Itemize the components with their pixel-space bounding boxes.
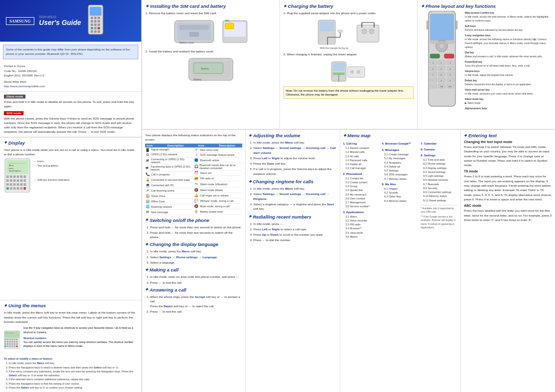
- key-alpha: Alphanumeric keys: [465, 106, 552, 110]
- status-voicemail: 📧New voice mail: [194, 147, 242, 153]
- charging-step1-imgs: With the triangle facing up: [283, 18, 414, 49]
- svg-rect-40: [17, 187, 19, 190]
- status-connect-gprs: ⇌Connecting to GPRS (2.5G) network: [145, 157, 193, 165]
- svg-rect-21: [13, 175, 16, 178]
- svg-rect-60: [16, 341, 18, 343]
- redialling-body: In Idle mode, press ←. Press Left or Rig…: [249, 221, 337, 243]
- model-number: SGH-M310: [39, 15, 81, 19]
- svg-rect-39: [13, 187, 16, 190]
- svg-rect-16: [98, 30, 100, 33]
- ring-step-1: In Idle mode, press the Menu soft key.: [253, 186, 337, 191]
- nav-key-text: Use the 4-way navigation keys as shortcu…: [23, 326, 137, 334]
- display-section: Display Your phone is in Idle mode when …: [0, 137, 141, 300]
- mm-footnotes: * Available only if supported by your SI…: [421, 205, 457, 230]
- svg-rect-77: [189, 32, 199, 37]
- sim-insert-area: SIM: [220, 18, 250, 46]
- svg-rect-3: [94, 17, 97, 19]
- svg-rect-50: [7, 339, 8, 340]
- svg-rect-66: [16, 343, 18, 345]
- svg-rect-54: [16, 339, 18, 340]
- using-menus-body: In Idle mode, press the Menu soft key to…: [4, 310, 137, 324]
- svg-rect-72: [16, 345, 18, 347]
- svg-rect-38: [10, 187, 12, 190]
- ring-step-3: Select a ringtone category → a ringtone …: [253, 202, 337, 211]
- status-bar-section: Your phone displays the following status…: [145, 133, 242, 215]
- charging-step2-imgs: [283, 59, 414, 84]
- select-step-4: If the selected menu contains additional…: [9, 377, 137, 381]
- svg-text:Del: Del: [449, 85, 452, 88]
- sos-badge: SOS mode: [4, 111, 24, 115]
- adj-step-2: Select Settings → Sound settings → Incom…: [253, 146, 337, 155]
- adjusting-panel: Adjusting the volume In Idle mode, press…: [246, 130, 340, 392]
- footer-info: Printed in Korea Code No.: GH68-18419A E…: [0, 62, 141, 91]
- status-fm: 📻FM radio on: [194, 176, 242, 181]
- title-area: SGH-M310 User's Guide: [39, 15, 81, 26]
- display-labels-area: ← Icons ← Text and graphics ← Soft key f…: [34, 158, 70, 193]
- key-volume: Volume keysIn Idle mode, adjust the keyp…: [465, 69, 552, 77]
- svg-rect-30: [24, 179, 26, 182]
- charging-note: Note: Do not remove the battery from the…: [283, 86, 414, 99]
- status-bt: 🔵Bluetooth active: [194, 158, 242, 163]
- svg-rect-10: [98, 24, 100, 26]
- mode-area: Silent mode Press and hold # in Idle mod…: [0, 91, 141, 137]
- status-gprs: GGPRS (2.5G) network: [145, 152, 193, 157]
- mm-footnote1: * Available only if supported by your SI…: [421, 207, 457, 214]
- sos-text: With the phone closed, press the Volume …: [4, 116, 137, 134]
- svg-rect-26: [10, 179, 12, 182]
- t9-heading: T9 mode: [464, 170, 552, 173]
- mm-apps-items: 3.1 Alarm3.2 Voice recorder3.3 FM radio3…: [343, 215, 380, 239]
- svg-rect-53: [14, 339, 15, 340]
- nav-key-note: Use the 4-way navigation keys as shortcu…: [23, 326, 137, 355]
- mm-col1: 1. Call log 1.1 Recent contacts1.2 Misse…: [343, 140, 380, 239]
- mm-settings: 9. Settings: [421, 153, 457, 158]
- display-lang-body: In Idle mode, press the Menu soft key. S…: [145, 249, 242, 265]
- svg-rect-6: [94, 20, 97, 23]
- mm-browser: 4. Browser/ Google**: [382, 142, 419, 146]
- svg-rect-42: [24, 187, 26, 190]
- svg-rect-2: [91, 17, 93, 19]
- svg-rect-35: [20, 183, 23, 186]
- svg-rect-15: [94, 30, 97, 33]
- switching-title: Switching on/off the phone: [145, 218, 242, 223]
- svg-rect-70: [11, 345, 13, 347]
- website-label: World Wide Web:: [4, 80, 26, 83]
- select-step-5: Press the Navigation keys to find the se…: [9, 382, 137, 386]
- answer-step-2: Press ← to end the call.: [150, 309, 242, 314]
- svg-rect-114: [430, 40, 439, 44]
- select-step-1: In Idle mode, press the Menu soft key.: [9, 361, 137, 365]
- svg-rect-5: [91, 20, 93, 23]
- svg-rect-1: [90, 7, 101, 16]
- display-lang-title: Changing the display language: [145, 242, 242, 247]
- svg-rect-64: [11, 343, 13, 345]
- select-step-2: Press the Navigation keys to reach a des…: [9, 366, 137, 369]
- label-softkey: ← Soft key function indicators: [34, 178, 70, 182]
- svg-rect-28: [17, 179, 19, 182]
- charging-complete-svg: [329, 59, 368, 84]
- adjusting-body: In Idle mode, press the Menu soft key. S…: [249, 140, 337, 176]
- status-header-desc1: Description: [167, 144, 183, 147]
- status-signal: ▓Signal strength: [145, 147, 193, 152]
- svg-rect-57: [9, 341, 11, 343]
- make-call-step-1: In Idle mode, enter an area code and pho…: [150, 274, 242, 279]
- svg-rect-33: [13, 183, 16, 186]
- entering-text-title: Entering text: [464, 133, 552, 138]
- status-bar-intro: Your phone displays the following status…: [145, 133, 242, 142]
- svg-rect-55: [4, 341, 6, 343]
- svg-rect-32: [10, 183, 12, 186]
- mm-footnote2: ** If the Google service is not availabl…: [421, 215, 457, 230]
- status-vibrate: 〜Silent mode (Vibration): [194, 181, 242, 188]
- lang-step-3: Select a language.: [150, 260, 242, 265]
- svg-rect-13: [98, 27, 100, 29]
- charging-title: Charging the battery: [283, 3, 414, 9]
- website-url[interactable]: http://www.samsungmobile.com: [4, 85, 45, 88]
- svg-rect-63: [9, 343, 11, 345]
- svg-text:Battery: Battery: [201, 67, 209, 70]
- svg-point-95: [362, 29, 367, 34]
- silent-badge: Silent mode: [4, 95, 25, 98]
- ringtone-body: In Idle mode, press the Menu soft key. S…: [249, 186, 337, 211]
- key-dial: Dial keyMakes and answers a call. In Idl…: [465, 50, 552, 58]
- page-wrapper: SAMSUNG SGH-M310 User's Guide: [0, 0, 555, 392]
- mm-camera: 8. Camera: [421, 147, 457, 152]
- svg-rect-68: [7, 345, 8, 347]
- answering-call-title: Answering a call: [145, 287, 242, 293]
